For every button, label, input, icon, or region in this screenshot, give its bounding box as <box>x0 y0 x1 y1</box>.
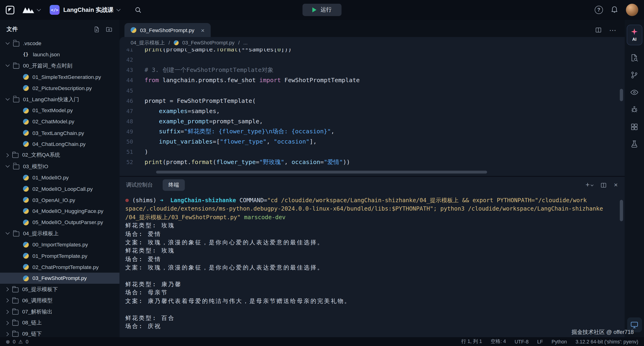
tab-debug-console[interactable]: 调试控制台 <box>126 181 153 189</box>
editor-horizontal-scrollbar[interactable] <box>156 170 616 174</box>
tree-file[interactable]: 00_ImportTemplates.py <box>0 239 120 250</box>
tree-folder[interactable]: 09_链下 <box>0 328 120 337</box>
tree-folder[interactable]: 06_调用模型 <box>0 295 120 306</box>
chevron-right-icon <box>5 332 8 336</box>
breadcrumb-file[interactable]: 03_FewShotPrompt.py <box>182 40 234 46</box>
preview-eye-icon[interactable] <box>626 84 644 101</box>
tree-item-label: 01_ModelIO.py <box>32 175 69 181</box>
user-avatar[interactable] <box>626 4 638 16</box>
tree-item-label: 01_TextModel.py <box>32 107 73 114</box>
close-icon[interactable]: × <box>201 27 204 34</box>
warning-count: 0 <box>26 338 28 344</box>
tree-file[interactable]: 04_ChatLongChain.py <box>0 138 120 150</box>
tree-file[interactable]: 01_ModelIO.py <box>0 172 120 183</box>
python-file-icon <box>23 219 29 225</box>
terminal-output[interactable]: ⊗ (shims) ➜ LangChain-shizhanke COMMAND=… <box>120 193 625 330</box>
close-panel-icon[interactable]: × <box>614 181 618 189</box>
tree-file[interactable]: 01_TextModel.py <box>0 105 120 116</box>
line-number: 48 <box>120 118 144 124</box>
more-actions-icon[interactable]: ⋯ <box>609 26 616 34</box>
tree-file[interactable]: 03_FewShotPrompt.py <box>0 273 120 284</box>
tree-folder[interactable]: 03_模型IO <box>0 161 120 172</box>
line-number: 45 <box>120 87 144 94</box>
code-line: 43# 3. 创建一个FewShotPromptTemplate对象 <box>120 65 625 75</box>
source-control-icon[interactable] <box>626 66 644 84</box>
split-terminal-icon[interactable] <box>600 182 607 189</box>
new-file-icon[interactable] <box>93 26 100 33</box>
search-icon[interactable] <box>134 6 142 14</box>
tree-item-label: 00_开篇词_奇点时刻 <box>23 62 72 70</box>
file-search-icon[interactable] <box>626 49 644 66</box>
tree-file[interactable]: 02_ChatPromptTemplate.py <box>0 262 120 273</box>
breadcrumb-symbol[interactable]: ... <box>243 40 248 46</box>
tree-file[interactable]: 03_TextLangChain.py <box>0 127 120 138</box>
tree-item-label: 06_调用模型 <box>22 297 52 304</box>
editor-tab-active[interactable]: 03_FewShotPrompt.py × <box>124 23 210 37</box>
tree-file[interactable]: 02_ModelIO_LoopCall.py <box>0 183 120 194</box>
split-editor-icon[interactable] <box>595 26 602 34</box>
encoding[interactable]: UTF-8 <box>514 338 528 344</box>
tree-folder[interactable]: .vscode <box>0 38 120 49</box>
terminal-line: 鲜花类型: 玫瑰 <box>125 246 625 255</box>
python-interpreter[interactable]: 3.12.2 64-bit ('shims': pyenv) <box>576 338 638 344</box>
breadcrumb-folder[interactable]: 04_提示模板上 <box>130 39 165 46</box>
tree-file[interactable]: 02_PictureDescription.py <box>0 83 120 94</box>
tree-folder[interactable]: 05_提示模板下 <box>0 284 120 295</box>
tree-folder[interactable]: 00_开篇词_奇点时刻 <box>0 60 120 71</box>
new-folder-icon[interactable] <box>106 26 112 33</box>
problems-indicator[interactable]: ⊗ 0 ⚠ 0 <box>6 338 28 344</box>
tree-file[interactable]: 01_SimpleTextGeneration.py <box>0 71 120 83</box>
tree-file[interactable]: 03_OpenAI_IO.py <box>0 194 120 206</box>
tree-file[interactable]: 01_PromptTemplate.py <box>0 250 120 261</box>
tree-folder[interactable]: 07_解析输出 <box>0 306 120 317</box>
scrollbar-thumb[interactable] <box>156 170 487 173</box>
folder-icon <box>13 64 20 69</box>
line-number: 47 <box>120 108 144 114</box>
line-number: 42 <box>120 57 144 63</box>
tree-file[interactable]: 02_ChatModel.py <box>0 116 120 127</box>
tree-folder[interactable]: 01_LangChain快速入门 <box>0 94 120 105</box>
editor-vertical-scrollbar[interactable] <box>620 49 624 170</box>
tree-folder[interactable]: 02_文档QA系统 <box>0 150 120 161</box>
ai-assistant-button[interactable]: AI <box>626 25 642 45</box>
tree-folder[interactable]: 04_提示模板上 <box>0 228 120 239</box>
help-icon[interactable]: ? <box>595 6 603 14</box>
tree-file[interactable]: 04_ModelIO_HuggingFace.py <box>0 206 120 217</box>
breadcrumb[interactable]: 04_提示模板上 / 03_FewShotPrompt.py / ... <box>120 37 625 48</box>
workspace-menu[interactable] <box>22 6 40 13</box>
tab-terminal[interactable]: 终端 <box>163 180 185 191</box>
extensions-icon[interactable] <box>626 118 644 135</box>
chevron-right-icon <box>5 153 8 157</box>
run-button[interactable]: 运行 <box>302 4 342 16</box>
tree-item-label: 02_ChatModel.py <box>32 119 74 125</box>
debug-icon[interactable] <box>626 101 644 118</box>
python-file-icon <box>23 208 29 214</box>
chevron-right-icon <box>5 321 8 325</box>
python-file-icon <box>23 253 29 259</box>
breadcrumb-separator: / <box>238 40 240 46</box>
scrollbar-thumb[interactable] <box>620 200 623 221</box>
folder-icon <box>13 41 20 46</box>
chevron-down-icon <box>590 183 593 186</box>
tree-file[interactable]: 05_ModelIO_OutputParser.py <box>0 217 120 228</box>
tree-item-label: launch.json <box>33 51 60 58</box>
indentation[interactable]: 空格: 4 <box>490 338 506 345</box>
project-switcher[interactable]: </> LangChain 实战课 <box>50 5 120 15</box>
scrollbar-thumb[interactable] <box>620 89 623 101</box>
tree-item-label: 02_文档QA系统 <box>22 151 60 159</box>
new-terminal-icon[interactable]: + <box>586 181 593 189</box>
language-mode[interactable]: Python <box>552 338 567 344</box>
tree-item-label: 03_TextLangChain.py <box>32 130 84 136</box>
code-editor[interactable]: 04_提示模板上 / 03_FewShotPrompt.py / ... 41p… <box>120 37 625 176</box>
notifications-bell-icon[interactable] <box>610 5 618 15</box>
chevron-down-icon <box>6 231 10 235</box>
tree-file[interactable]: {}launch.json <box>0 49 120 60</box>
ide-logo-icon[interactable] <box>6 6 14 14</box>
eol-sequence[interactable]: LF <box>537 338 543 344</box>
test-flask-icon[interactable] <box>626 135 644 152</box>
code-line: 49 suffix="鲜花类型: {flower_type}\n场合: {occ… <box>120 126 625 137</box>
terminal-scrollbar[interactable] <box>620 200 624 323</box>
tree-folder[interactable]: 08_链上 <box>0 317 120 328</box>
cursor-position[interactable]: 行 1, 列 1 <box>461 338 482 345</box>
chevron-right-icon <box>5 310 8 314</box>
